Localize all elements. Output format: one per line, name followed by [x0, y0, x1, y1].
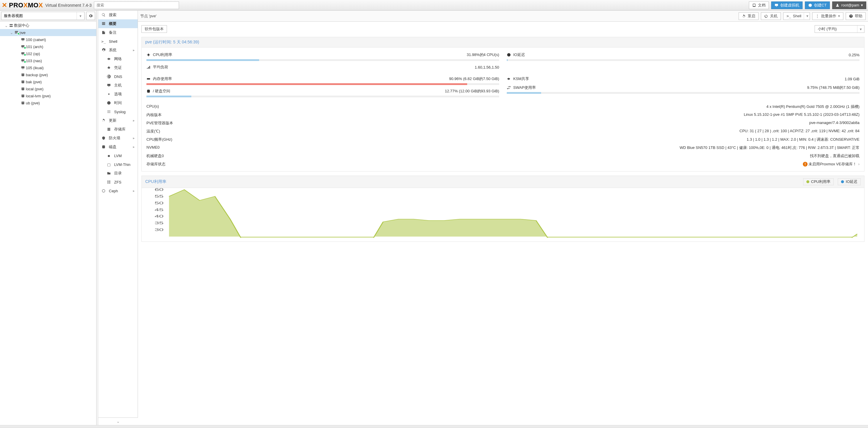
- app-logo: ✕PROXMOX: [2, 1, 43, 9]
- dot-icon: [806, 180, 809, 183]
- stat-label: 平均负荷: [153, 65, 168, 70]
- nav-options[interactable]: 选项: [98, 90, 137, 99]
- alert-icon: !: [803, 162, 808, 166]
- tree-settings-button[interactable]: [86, 12, 95, 20]
- tree-vm-101[interactable]: 101 (arch): [0, 43, 96, 50]
- nav-hosts[interactable]: 主机: [98, 81, 137, 90]
- tree-label: ub (pve): [26, 101, 40, 105]
- chevron-right-icon: ▸: [133, 189, 135, 193]
- shell-label: Shell: [793, 14, 801, 18]
- gear-icon: [89, 14, 93, 18]
- chevron-down-icon: ▾: [861, 3, 863, 7]
- nav-label: 备注: [109, 30, 117, 35]
- info-value: CPU: 31 ( 27 | 28 ) ,crit: 100 | ACPITZ:…: [740, 129, 860, 134]
- bulk-actions-button[interactable]: ⋮ 批量操作 ▾: [812, 12, 843, 20]
- create-vm-label: 创建虚拟机: [780, 3, 799, 8]
- view-selector[interactable]: ▾: [1, 12, 85, 20]
- nav-ceph[interactable]: Ceph▸: [98, 187, 137, 195]
- tree-storage[interactable]: ub (pve): [0, 99, 96, 106]
- stat-label: / 硬盘空间: [153, 89, 170, 94]
- docs-button[interactable]: 文档: [749, 1, 769, 9]
- nav-label: ZFS: [114, 180, 122, 185]
- tree-storage[interactable]: backup (pve): [0, 71, 96, 78]
- legend-cpu[interactable]: CPU利用率: [803, 178, 834, 185]
- tree-label: 100 (catwrt): [26, 37, 46, 42]
- nav-dir[interactable]: 目录: [98, 169, 137, 178]
- stat-io: IO延迟0.25%: [507, 51, 860, 63]
- info-key: PVE管理器版本: [147, 121, 193, 126]
- tree-vm-102[interactable]: 102 (op): [0, 50, 96, 57]
- tree-vm-103[interactable]: 103 (nas): [0, 57, 96, 64]
- nav-updates[interactable]: 更新▸: [98, 116, 137, 125]
- tree-storage[interactable]: bak (pve): [0, 78, 96, 85]
- nav-label: 网络: [114, 56, 122, 62]
- stat-label: 内存使用率: [153, 76, 172, 81]
- nav-dns[interactable]: DNS: [98, 72, 137, 81]
- docs-label: 文档: [758, 3, 766, 8]
- tree-label: 数据中心: [14, 23, 29, 28]
- nav-time[interactable]: 时间: [98, 99, 137, 107]
- info-repo[interactable]: 存储库状态! 未启用Proxmox VE存储库！›: [147, 160, 860, 168]
- legend-io[interactable]: IO延迟: [838, 178, 861, 185]
- shell-button[interactable]: >_ Shell ▾: [783, 12, 810, 20]
- tree-storage[interactable]: local-lvm (pve): [0, 92, 96, 99]
- cpu-chart: 30354045505560: [145, 188, 861, 238]
- help-button[interactable]: 帮助: [846, 12, 866, 20]
- info-cpus: CPU(s)4 x Intel(R) Pentium(R) Gold 7505 …: [147, 103, 860, 111]
- tree-label: local-lvm (pve): [26, 94, 51, 98]
- info-value: Linux 5.15.102-1-pve #1 SMP PVE 5.15.102…: [744, 112, 860, 118]
- collapse-nav-button[interactable]: ⌄: [98, 418, 138, 425]
- nav-shell[interactable]: >_Shell: [98, 37, 137, 46]
- tree-label: 105 (ikuai): [26, 66, 44, 70]
- summary-title: pve (运行时间: 5 天 04:56:39): [145, 40, 199, 45]
- user-menu-button[interactable]: root@pam ▾: [832, 1, 866, 9]
- nav-label: 系统: [109, 47, 117, 53]
- nav-syslog[interactable]: Syslog: [98, 107, 137, 116]
- search-input[interactable]: [94, 1, 179, 9]
- nav-lvmthin[interactable]: ▢LVM-Thin: [98, 160, 137, 169]
- svg-text:40: 40: [155, 215, 164, 219]
- nav-label: 选项: [114, 92, 122, 97]
- nav-system[interactable]: 系统▸: [98, 46, 137, 55]
- chevron-right-icon: ▸: [133, 119, 135, 123]
- tree-vm-105[interactable]: 105 (ikuai): [0, 64, 96, 71]
- nav-disks[interactable]: 磁盘▸: [98, 142, 137, 151]
- nav-lvm[interactable]: ■LVM: [98, 151, 137, 160]
- view-selector-value[interactable]: [1, 12, 85, 20]
- nav-notes[interactable]: 备注: [98, 28, 137, 37]
- nav-search[interactable]: 搜索: [98, 10, 137, 19]
- tree-datacenter[interactable]: ⌄数据中心: [0, 22, 96, 29]
- monitor-icon: [20, 37, 26, 42]
- timerange-select[interactable]: 小时 (平均) ▾: [815, 25, 865, 33]
- nav-network[interactable]: 网络: [98, 55, 137, 63]
- tree-node-pve[interactable]: ⌄pve: [0, 29, 96, 36]
- io-icon: [507, 53, 511, 57]
- global-search[interactable]: [94, 1, 179, 9]
- create-vm-button[interactable]: 创建虚拟机: [771, 1, 803, 9]
- options-icon: [106, 92, 111, 96]
- user-icon: [835, 3, 840, 7]
- status-bar: [0, 425, 868, 428]
- tree-storage[interactable]: local (pve): [0, 85, 96, 92]
- nav-certs[interactable]: 凭证: [98, 63, 137, 72]
- cpu-icon: [147, 53, 151, 57]
- tree-vm-100[interactable]: 100 (catwrt): [0, 36, 96, 43]
- firewall-icon: [101, 136, 106, 140]
- menu-icon: ⋮: [815, 14, 819, 18]
- info-key: CPU(s): [147, 104, 193, 109]
- nav-repos[interactable]: 存储库: [98, 125, 137, 134]
- chevron-right-icon: ›: [858, 162, 860, 166]
- stat-label: SWAP使用率: [513, 85, 536, 90]
- svg-text:30: 30: [155, 228, 164, 232]
- stat-cpu: CPU利用率31.98%的4 CPU(s): [147, 51, 499, 63]
- create-ct-button[interactable]: 创建CT: [805, 1, 830, 9]
- version-text: Virtual Environment 7.4-3: [45, 3, 92, 8]
- nav-zfs[interactable]: ZFS: [98, 178, 137, 187]
- pkg-versions-button[interactable]: 软件包版本: [142, 25, 167, 33]
- help-label: 帮助: [855, 13, 862, 19]
- nav-firewall[interactable]: 防火墙▸: [98, 134, 137, 142]
- info-value: 找不到硬盘，直通或已被卸载: [810, 153, 860, 159]
- shutdown-button[interactable]: 关机: [761, 12, 781, 20]
- nav-summary[interactable]: 概要: [98, 19, 137, 28]
- reboot-button[interactable]: 重启: [739, 12, 758, 20]
